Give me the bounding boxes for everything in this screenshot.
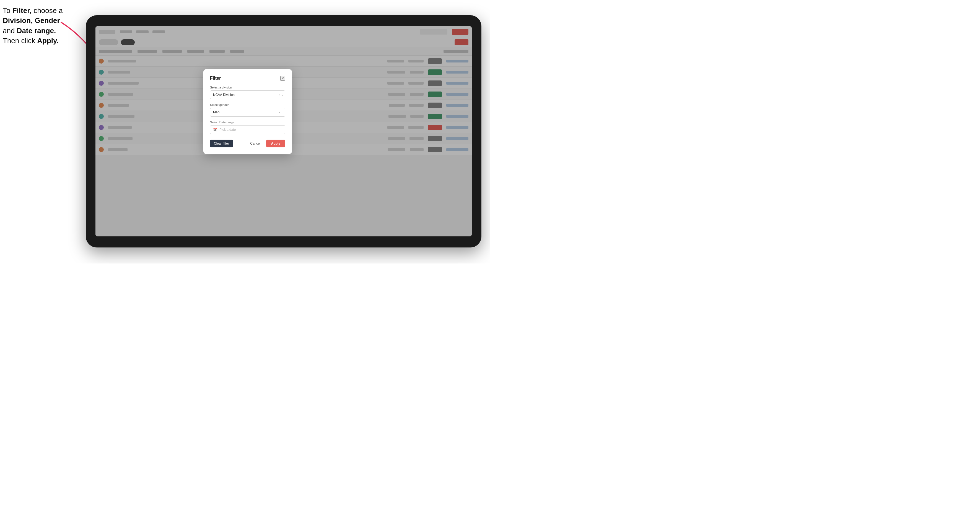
apply-button[interactable]: Apply [266, 140, 285, 148]
date-placeholder: Pick a date [220, 128, 236, 132]
division-form-group: Select a division NCAA Division I NCAA D… [210, 86, 285, 99]
gender-select-wrapper: Men Women × ⌄ [210, 108, 285, 117]
tablet-screen: Filter × Select a division NCAA Division… [95, 26, 472, 237]
date-form-group: Select Date range 📅 Pick a date [210, 121, 285, 134]
date-input[interactable]: 📅 Pick a date [210, 125, 285, 134]
gender-select[interactable]: Men Women [210, 108, 285, 117]
cancel-button[interactable]: Cancel [247, 140, 263, 148]
instruction-text: To Filter, choose a Division, Gender and… [3, 6, 83, 46]
gender-label: Select gender [210, 103, 285, 106]
date-label: Select Date range [210, 121, 285, 124]
clear-filter-button[interactable]: Clear filter [210, 140, 233, 148]
footer-right: Cancel Apply [247, 140, 285, 148]
division-label: Select a division [210, 86, 285, 89]
modal-overlay: Filter × Select a division NCAA Division… [95, 26, 472, 237]
division-select-wrapper: NCAA Division I NCAA Division II NCAA Di… [210, 90, 285, 99]
filter-modal: Filter × Select a division NCAA Division… [204, 69, 292, 154]
gender-form-group: Select gender Men Women × ⌄ [210, 103, 285, 117]
modal-footer: Clear filter Cancel Apply [210, 140, 285, 148]
tablet-frame: Filter × Select a division NCAA Division… [86, 15, 481, 248]
modal-close-button[interactable]: × [280, 76, 285, 81]
modal-header: Filter × [210, 76, 285, 81]
modal-title: Filter [210, 76, 221, 81]
calendar-icon: 📅 [213, 128, 217, 132]
division-select[interactable]: NCAA Division I NCAA Division II NCAA Di… [210, 90, 285, 99]
